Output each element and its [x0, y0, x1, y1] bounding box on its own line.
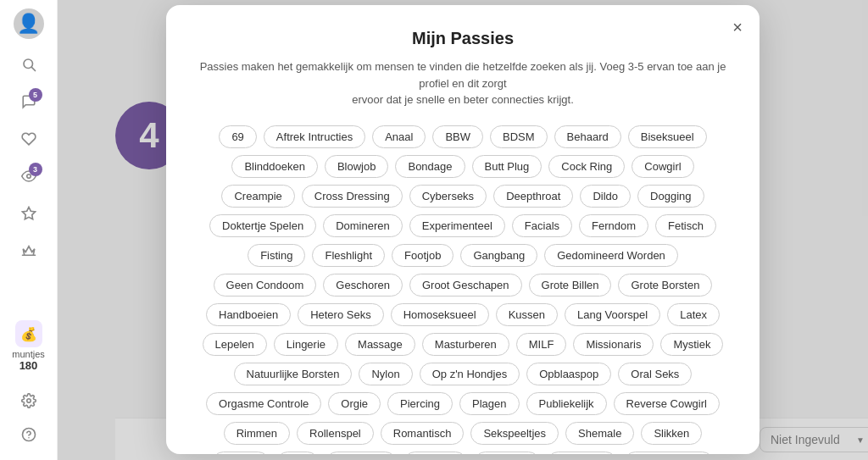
modal-title: Mijn Passies — [412, 29, 514, 47]
tags-container: 69Aftrek IntructiesAnaalBBWBDSMBehaardBi… — [193, 125, 732, 455]
tag-item[interactable]: Rollenspel — [297, 422, 374, 445]
tag-item[interactable]: Anaal — [372, 125, 426, 148]
tag-item[interactable]: Fleshlight — [312, 244, 385, 267]
tag-item[interactable]: Masturberen — [422, 333, 509, 356]
sidebar-icon-eye[interactable]: 3 — [14, 161, 44, 191]
modal-overlay: Mijn Passies × Passies maken het gemakke… — [58, 0, 868, 460]
tag-item[interactable]: Grote Borsten — [618, 274, 712, 297]
chat-badge: 5 — [29, 88, 42, 102]
sidebar-icon-star[interactable] — [14, 198, 44, 229]
tag-item[interactable]: Hetero Seks — [298, 303, 384, 326]
tag-item[interactable]: Reverse Cowgirl — [614, 392, 720, 415]
avatar[interactable] — [14, 8, 44, 39]
tag-item[interactable]: Publiekelijk — [526, 392, 607, 415]
coin-icon: 💰 — [15, 320, 42, 347]
modal-close-button[interactable]: × — [732, 19, 743, 36]
tag-item[interactable]: Gangbang — [460, 244, 537, 267]
sidebar: 5 3 💰 muntjes 180 — [0, 0, 58, 460]
tag-item[interactable]: Lepelen — [203, 333, 267, 356]
tag-item[interactable]: Squirten — [474, 452, 540, 455]
tag-item[interactable]: Geen Condoom — [214, 274, 317, 297]
passies-modal: Mijn Passies × Passies maken het gemakke… — [166, 5, 760, 454]
tag-item[interactable]: Homoseksueel — [391, 303, 489, 326]
tag-item[interactable]: Orgasme Controle — [206, 392, 321, 415]
tag-item[interactable]: Kussen — [496, 303, 558, 326]
tag-item[interactable]: Oral Seks — [618, 363, 692, 385]
tag-item[interactable]: Plagen — [459, 392, 519, 415]
tag-item[interactable]: Butt Plug — [472, 155, 542, 178]
tag-item[interactable]: Stelletjes — [547, 452, 617, 455]
tag-item[interactable]: Handboeien — [206, 303, 291, 326]
sidebar-icon-crown[interactable] — [14, 236, 44, 266]
sidebar-icon-gear[interactable] — [14, 385, 44, 416]
tag-item[interactable]: MILF — [516, 333, 567, 356]
modal-subtitle: Passies maken het gemakkelijk om mensen … — [193, 58, 732, 108]
tag-item[interactable]: BDSM — [490, 125, 548, 148]
tag-item[interactable]: Sugar Daddy — [624, 452, 714, 455]
tag-item[interactable]: Latex — [667, 303, 720, 326]
tag-item[interactable]: Creampie — [221, 185, 294, 208]
tag-item[interactable]: Spieren — [403, 452, 467, 455]
tag-item[interactable]: Shemale — [565, 422, 634, 445]
tag-item[interactable]: Grote Billen — [529, 274, 612, 297]
tag-item[interactable]: Fisting — [248, 244, 305, 267]
tag-item[interactable]: Cross Dressing — [302, 185, 403, 208]
tag-item[interactable]: Dogging — [637, 185, 704, 208]
tag-item[interactable]: Natuurlijke Borsten — [234, 363, 353, 385]
sidebar-bottom — [14, 385, 44, 450]
tag-item[interactable]: Spanking — [326, 452, 397, 455]
tag-item[interactable]: 69 — [219, 125, 256, 148]
tag-item[interactable]: Gedomineerd Worden — [544, 244, 678, 267]
coins-section[interactable]: 💰 muntjes 180 — [12, 320, 45, 372]
svg-point-4 — [26, 399, 31, 403]
tag-item[interactable]: Facials — [512, 214, 572, 237]
coins-value: 180 — [12, 359, 45, 372]
tag-item[interactable]: Opblaaspop — [526, 363, 611, 385]
tag-item[interactable]: Doktertje Spelen — [209, 214, 316, 237]
tag-item[interactable]: Cowgirl — [632, 155, 693, 178]
tag-item[interactable]: Dildo — [580, 185, 631, 208]
tag-item[interactable]: Behaard — [554, 125, 621, 148]
tag-item[interactable]: Geschoren — [323, 274, 403, 297]
tag-item[interactable]: Ferndom — [579, 214, 648, 237]
tag-item[interactable]: Orgie — [328, 392, 381, 415]
tag-item[interactable]: Lingerie — [274, 333, 338, 356]
eye-badge: 3 — [29, 163, 42, 176]
tag-item[interactable]: Groot Geschapen — [409, 274, 522, 297]
tag-item[interactable]: Slikken — [641, 422, 702, 445]
tag-item[interactable]: Missionaris — [573, 333, 654, 356]
tag-item[interactable]: Blinddoeken — [231, 155, 318, 178]
tag-item[interactable]: Sekspeeltjes — [470, 422, 559, 445]
tag-item[interactable]: Cyberseks — [409, 185, 487, 208]
svg-marker-3 — [22, 208, 35, 219]
sidebar-icon-heart[interactable] — [14, 124, 44, 154]
sidebar-icon-question[interactable] — [14, 419, 44, 450]
tag-item[interactable]: Aftrek Intructies — [264, 125, 365, 148]
tag-item[interactable]: Deepthroat — [493, 185, 573, 208]
tag-item[interactable]: Op z'n Hondjes — [420, 363, 520, 385]
tag-item[interactable]: Fetisch — [655, 214, 716, 237]
tag-item[interactable]: Footjob — [392, 244, 453, 267]
tag-item[interactable]: Rimmen — [224, 422, 290, 445]
tag-item[interactable]: Blowjob — [325, 155, 389, 178]
coins-label: muntjes — [12, 349, 45, 359]
tag-item[interactable]: BBW — [432, 125, 483, 148]
svg-point-2 — [26, 175, 31, 179]
tag-item[interactable]: Massage — [345, 333, 415, 356]
tag-item[interactable]: Lang Voorspel — [565, 303, 660, 326]
tag-item[interactable]: SM — [276, 452, 319, 455]
tag-item[interactable]: Romantisch — [381, 422, 465, 445]
tag-item[interactable]: Cock Ring — [548, 155, 625, 178]
sidebar-icon-search[interactable] — [14, 49, 44, 80]
tag-item[interactable]: Mystiek — [660, 333, 723, 356]
sidebar-icon-chat[interactable]: 5 — [14, 86, 44, 117]
tag-item[interactable]: Experimenteel — [409, 214, 505, 237]
tag-item[interactable]: Slipjes — [212, 452, 270, 455]
modal-header: Mijn Passies — [193, 29, 732, 48]
tag-item[interactable]: Domineren — [323, 214, 403, 237]
tag-item[interactable]: Bondage — [395, 155, 465, 178]
tag-item[interactable]: Biseksueel — [628, 125, 707, 148]
svg-line-1 — [31, 67, 35, 70]
tag-item[interactable]: Piercing — [387, 392, 453, 415]
tag-item[interactable]: Nylon — [359, 363, 412, 385]
